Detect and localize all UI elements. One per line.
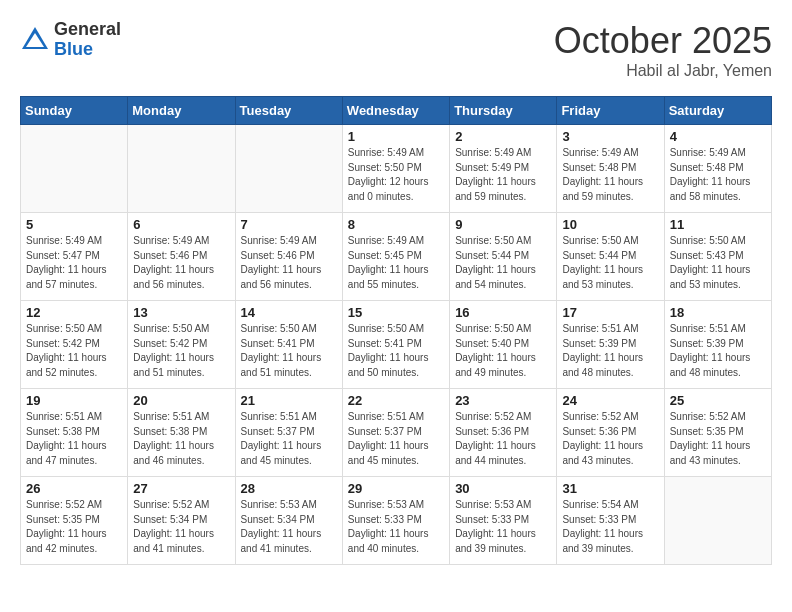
day-number: 25 (670, 393, 766, 408)
day-number: 10 (562, 217, 658, 232)
calendar-cell: 13Sunrise: 5:50 AMSunset: 5:42 PMDayligh… (128, 301, 235, 389)
weekday-header-wednesday: Wednesday (342, 97, 449, 125)
day-number: 27 (133, 481, 229, 496)
day-number: 21 (241, 393, 337, 408)
calendar-cell: 9Sunrise: 5:50 AMSunset: 5:44 PMDaylight… (450, 213, 557, 301)
calendar-cell: 29Sunrise: 5:53 AMSunset: 5:33 PMDayligh… (342, 477, 449, 565)
calendar-cell: 25Sunrise: 5:52 AMSunset: 5:35 PMDayligh… (664, 389, 771, 477)
day-number: 11 (670, 217, 766, 232)
day-number: 18 (670, 305, 766, 320)
day-number: 5 (26, 217, 122, 232)
day-number: 14 (241, 305, 337, 320)
day-info: Sunrise: 5:53 AMSunset: 5:33 PMDaylight:… (348, 498, 444, 556)
calendar-cell (235, 125, 342, 213)
weekday-header-friday: Friday (557, 97, 664, 125)
calendar-table: SundayMondayTuesdayWednesdayThursdayFrid… (20, 96, 772, 565)
day-info: Sunrise: 5:51 AMSunset: 5:39 PMDaylight:… (562, 322, 658, 380)
calendar-cell: 22Sunrise: 5:51 AMSunset: 5:37 PMDayligh… (342, 389, 449, 477)
day-number: 30 (455, 481, 551, 496)
day-info: Sunrise: 5:50 AMSunset: 5:42 PMDaylight:… (133, 322, 229, 380)
calendar-cell: 15Sunrise: 5:50 AMSunset: 5:41 PMDayligh… (342, 301, 449, 389)
calendar-cell: 23Sunrise: 5:52 AMSunset: 5:36 PMDayligh… (450, 389, 557, 477)
day-info: Sunrise: 5:51 AMSunset: 5:39 PMDaylight:… (670, 322, 766, 380)
calendar-cell: 17Sunrise: 5:51 AMSunset: 5:39 PMDayligh… (557, 301, 664, 389)
day-info: Sunrise: 5:52 AMSunset: 5:36 PMDaylight:… (455, 410, 551, 468)
day-number: 13 (133, 305, 229, 320)
day-info: Sunrise: 5:54 AMSunset: 5:33 PMDaylight:… (562, 498, 658, 556)
day-number: 3 (562, 129, 658, 144)
day-info: Sunrise: 5:52 AMSunset: 5:35 PMDaylight:… (670, 410, 766, 468)
logo: General Blue (20, 20, 121, 60)
calendar-cell: 21Sunrise: 5:51 AMSunset: 5:37 PMDayligh… (235, 389, 342, 477)
day-info: Sunrise: 5:50 AMSunset: 5:41 PMDaylight:… (241, 322, 337, 380)
day-number: 4 (670, 129, 766, 144)
calendar-cell: 16Sunrise: 5:50 AMSunset: 5:40 PMDayligh… (450, 301, 557, 389)
day-number: 12 (26, 305, 122, 320)
calendar-cell (664, 477, 771, 565)
day-info: Sunrise: 5:49 AMSunset: 5:45 PMDaylight:… (348, 234, 444, 292)
day-number: 22 (348, 393, 444, 408)
calendar-cell: 19Sunrise: 5:51 AMSunset: 5:38 PMDayligh… (21, 389, 128, 477)
calendar-cell: 27Sunrise: 5:52 AMSunset: 5:34 PMDayligh… (128, 477, 235, 565)
calendar-cell: 6Sunrise: 5:49 AMSunset: 5:46 PMDaylight… (128, 213, 235, 301)
calendar-cell (21, 125, 128, 213)
calendar-week-row: 26Sunrise: 5:52 AMSunset: 5:35 PMDayligh… (21, 477, 772, 565)
calendar-week-row: 1Sunrise: 5:49 AMSunset: 5:50 PMDaylight… (21, 125, 772, 213)
calendar-cell: 10Sunrise: 5:50 AMSunset: 5:44 PMDayligh… (557, 213, 664, 301)
calendar-cell: 8Sunrise: 5:49 AMSunset: 5:45 PMDaylight… (342, 213, 449, 301)
day-number: 7 (241, 217, 337, 232)
calendar-cell: 18Sunrise: 5:51 AMSunset: 5:39 PMDayligh… (664, 301, 771, 389)
day-number: 6 (133, 217, 229, 232)
day-number: 2 (455, 129, 551, 144)
day-info: Sunrise: 5:50 AMSunset: 5:42 PMDaylight:… (26, 322, 122, 380)
calendar-cell: 24Sunrise: 5:52 AMSunset: 5:36 PMDayligh… (557, 389, 664, 477)
day-number: 31 (562, 481, 658, 496)
day-info: Sunrise: 5:53 AMSunset: 5:33 PMDaylight:… (455, 498, 551, 556)
calendar-cell: 3Sunrise: 5:49 AMSunset: 5:48 PMDaylight… (557, 125, 664, 213)
day-info: Sunrise: 5:52 AMSunset: 5:34 PMDaylight:… (133, 498, 229, 556)
day-info: Sunrise: 5:51 AMSunset: 5:38 PMDaylight:… (133, 410, 229, 468)
calendar-cell: 5Sunrise: 5:49 AMSunset: 5:47 PMDaylight… (21, 213, 128, 301)
day-number: 20 (133, 393, 229, 408)
calendar-cell: 26Sunrise: 5:52 AMSunset: 5:35 PMDayligh… (21, 477, 128, 565)
day-number: 23 (455, 393, 551, 408)
day-number: 17 (562, 305, 658, 320)
calendar-cell: 4Sunrise: 5:49 AMSunset: 5:48 PMDaylight… (664, 125, 771, 213)
calendar-week-row: 5Sunrise: 5:49 AMSunset: 5:47 PMDaylight… (21, 213, 772, 301)
day-info: Sunrise: 5:51 AMSunset: 5:37 PMDaylight:… (348, 410, 444, 468)
day-info: Sunrise: 5:49 AMSunset: 5:46 PMDaylight:… (241, 234, 337, 292)
day-info: Sunrise: 5:50 AMSunset: 5:44 PMDaylight:… (455, 234, 551, 292)
calendar-cell: 14Sunrise: 5:50 AMSunset: 5:41 PMDayligh… (235, 301, 342, 389)
logo-icon (20, 25, 50, 55)
day-info: Sunrise: 5:52 AMSunset: 5:36 PMDaylight:… (562, 410, 658, 468)
location: Habil al Jabr, Yemen (554, 62, 772, 80)
day-info: Sunrise: 5:51 AMSunset: 5:37 PMDaylight:… (241, 410, 337, 468)
calendar-cell: 1Sunrise: 5:49 AMSunset: 5:50 PMDaylight… (342, 125, 449, 213)
day-info: Sunrise: 5:50 AMSunset: 5:41 PMDaylight:… (348, 322, 444, 380)
day-info: Sunrise: 5:49 AMSunset: 5:49 PMDaylight:… (455, 146, 551, 204)
logo-general-text: General (54, 20, 121, 40)
day-number: 8 (348, 217, 444, 232)
day-number: 19 (26, 393, 122, 408)
weekday-header-row: SundayMondayTuesdayWednesdayThursdayFrid… (21, 97, 772, 125)
weekday-header-tuesday: Tuesday (235, 97, 342, 125)
day-info: Sunrise: 5:50 AMSunset: 5:40 PMDaylight:… (455, 322, 551, 380)
day-info: Sunrise: 5:50 AMSunset: 5:44 PMDaylight:… (562, 234, 658, 292)
calendar-cell: 7Sunrise: 5:49 AMSunset: 5:46 PMDaylight… (235, 213, 342, 301)
page-header: General Blue October 2025 Habil al Jabr,… (20, 20, 772, 80)
weekday-header-sunday: Sunday (21, 97, 128, 125)
day-info: Sunrise: 5:50 AMSunset: 5:43 PMDaylight:… (670, 234, 766, 292)
logo-text: General Blue (54, 20, 121, 60)
day-number: 9 (455, 217, 551, 232)
calendar-week-row: 12Sunrise: 5:50 AMSunset: 5:42 PMDayligh… (21, 301, 772, 389)
calendar-cell: 28Sunrise: 5:53 AMSunset: 5:34 PMDayligh… (235, 477, 342, 565)
day-info: Sunrise: 5:49 AMSunset: 5:50 PMDaylight:… (348, 146, 444, 204)
weekday-header-monday: Monday (128, 97, 235, 125)
month-title: October 2025 (554, 20, 772, 62)
day-info: Sunrise: 5:49 AMSunset: 5:48 PMDaylight:… (670, 146, 766, 204)
calendar-cell: 12Sunrise: 5:50 AMSunset: 5:42 PMDayligh… (21, 301, 128, 389)
day-number: 28 (241, 481, 337, 496)
day-info: Sunrise: 5:49 AMSunset: 5:46 PMDaylight:… (133, 234, 229, 292)
day-info: Sunrise: 5:53 AMSunset: 5:34 PMDaylight:… (241, 498, 337, 556)
day-info: Sunrise: 5:49 AMSunset: 5:47 PMDaylight:… (26, 234, 122, 292)
